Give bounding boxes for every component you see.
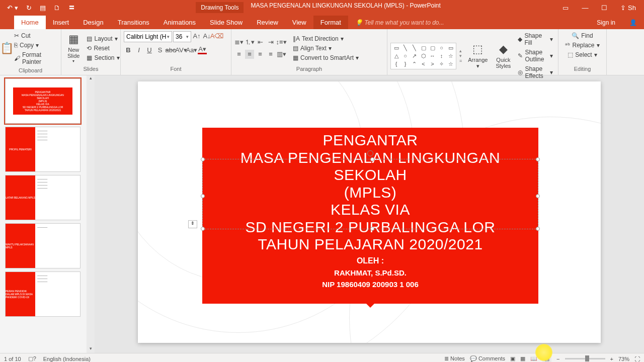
line-spacing-icon[interactable]: ↕≡▾: [277, 38, 286, 47]
share-icon[interactable]: ⇪ Sh: [620, 4, 636, 12]
ribbon-tabs: Home Insert Design Transitions Animation…: [0, 15, 644, 29]
undo-icon[interactable]: ↶ ▾: [7, 4, 18, 12]
replace-button[interactable]: ᵃᵇ Replace ▾: [563, 41, 601, 50]
slide-canvas[interactable]: PENGANTAR MASA PENGENALAN LINGKUNGAN SEK…: [138, 81, 601, 343]
bold-icon[interactable]: B: [124, 45, 133, 54]
resize-handle-sw[interactable]: [201, 227, 205, 231]
zoom-out-icon[interactable]: −: [556, 356, 559, 362]
resize-handle-nw[interactable]: [201, 157, 205, 161]
underline-icon[interactable]: U: [145, 45, 154, 54]
tab-transitions[interactable]: Transitions: [111, 16, 156, 29]
shapes-gallery[interactable]: ▭╲╲▢▢○▭ △○↗⬡↔↕☆ {}⌃<>✧☆: [390, 43, 456, 69]
zoom-percent[interactable]: 73%: [618, 356, 629, 362]
paste-button-edge[interactable]: 📋: [3, 41, 10, 57]
text-direction-button[interactable]: ‖A Text Direction ▾: [291, 34, 361, 43]
notes-toggle[interactable]: ≣ Notes: [444, 355, 465, 362]
slideshow-view-icon[interactable]: ▤: [542, 354, 551, 362]
qat-customize-icon[interactable]: 〓: [68, 3, 75, 12]
arrange-button[interactable]: ⬚Arrange▾: [465, 42, 491, 70]
font-color-icon[interactable]: A▾: [198, 45, 207, 54]
comments-toggle[interactable]: 💬 Comments: [470, 355, 505, 362]
slide-thumbnails-panel[interactable]: PENGANTARMASA PENGENALAN LINGKUNGAN SEKO…: [0, 75, 95, 353]
quick-styles-button[interactable]: ◆Quick Styles: [493, 42, 514, 70]
tab-slideshow[interactable]: Slide Show: [203, 16, 250, 29]
tab-home[interactable]: Home: [14, 16, 46, 29]
start-from-beginning-icon[interactable]: ▤: [40, 4, 46, 12]
reset-button[interactable]: ⟲ Reset: [85, 44, 121, 53]
bullets-icon[interactable]: ≣▾: [234, 38, 244, 47]
shapes-more-icon[interactable]: ▴▾≡: [458, 48, 463, 63]
align-left-icon[interactable]: ≡: [234, 50, 244, 59]
resize-handle-ne[interactable]: [536, 157, 540, 161]
slide-thumbnail-2[interactable]: PROFIL PEMATERI————————————————: [5, 127, 80, 172]
file-tab-edge[interactable]: [0, 23, 14, 29]
thumbnail-scrollbar[interactable]: ▴▾: [87, 75, 95, 353]
normal-view-icon[interactable]: ▣: [510, 355, 515, 362]
shadow-icon[interactable]: S: [155, 45, 165, 54]
font-name-combo[interactable]: Calibri Light (H▾: [124, 31, 172, 42]
resize-handle-se[interactable]: [536, 227, 540, 231]
align-right-icon[interactable]: ≡: [256, 50, 265, 59]
autofit-options-icon[interactable]: ⇕: [188, 220, 197, 228]
slide-thumbnail-4[interactable]: WAKTU PELAKSANAAN MPLS————: [5, 223, 80, 268]
fit-window-icon[interactable]: ⛶: [634, 356, 640, 362]
zoom-slider[interactable]: [565, 358, 605, 359]
resize-handle-n[interactable]: [370, 157, 374, 161]
account-icon[interactable]: 👤: [622, 16, 644, 29]
signin-button[interactable]: Sign in: [590, 16, 622, 29]
align-text-button[interactable]: ▤ Align Text ▾: [291, 44, 361, 53]
shape-fill-button[interactable]: ◆ Shape Fill ▾: [516, 31, 555, 47]
layout-button[interactable]: ▤ Layout ▾: [85, 34, 121, 43]
reading-view-icon[interactable]: 📖: [530, 355, 537, 362]
resize-handle-w[interactable]: [201, 194, 205, 198]
slide-sorter-view-icon[interactable]: ▦: [520, 355, 525, 362]
font-size-combo[interactable]: 36▾: [173, 31, 191, 42]
char-spacing-icon[interactable]: AV▾: [177, 45, 186, 54]
increase-font-icon[interactable]: A↑: [192, 31, 201, 40]
format-painter-button[interactable]: 🖌 Format Painter: [12, 50, 58, 66]
italic-icon[interactable]: I: [134, 45, 143, 54]
tab-animations[interactable]: Animations: [156, 16, 203, 29]
zoom-in-icon[interactable]: +: [610, 356, 613, 362]
align-center-icon[interactable]: ≡: [245, 50, 254, 59]
resize-handle-s[interactable]: [370, 227, 374, 231]
slide-thumbnail-1[interactable]: PENGANTARMASA PENGENALAN LINGKUNGAN SEKO…: [5, 78, 80, 124]
rotation-handle[interactable]: [367, 150, 373, 156]
language-label[interactable]: English (Indonesia): [43, 356, 91, 362]
tell-me-input[interactable]: 💡 Tell me what you want to do...: [348, 16, 590, 29]
spellcheck-icon[interactable]: ▢?: [28, 355, 36, 362]
new-slide-button[interactable]: ▦New Slide▾: [64, 32, 83, 64]
clear-formatting-icon[interactable]: A⌫: [212, 31, 221, 40]
maximize-icon[interactable]: ☐: [601, 4, 607, 12]
clipboard-group-label: Clipboard: [3, 66, 58, 74]
slide-thumbnail-5[interactable]: PERAN PENDIDIK DALAM MPLS DI MASA PANDEM…: [5, 272, 80, 317]
numbering-icon[interactable]: ⒈▾: [245, 38, 254, 47]
find-button[interactable]: 🔍 Find: [570, 31, 595, 40]
slide-counter[interactable]: 1 of 10: [4, 356, 21, 362]
decrease-indent-icon[interactable]: ⇤: [256, 38, 265, 47]
tab-format[interactable]: Format: [313, 16, 348, 29]
columns-icon[interactable]: ▥▾: [277, 50, 286, 59]
slide-thumbnail-3[interactable]: LATAR BELAKANG MPLS————————————————: [5, 175, 80, 220]
convert-smartart-button[interactable]: ▦ Convert to SmartArt ▾: [291, 53, 361, 62]
new-file-icon[interactable]: 🗋: [54, 4, 60, 12]
select-button[interactable]: ⬚ Select ▾: [566, 50, 599, 59]
minimize-icon[interactable]: —: [582, 4, 588, 12]
tab-insert[interactable]: Insert: [46, 16, 76, 29]
cut-button[interactable]: ✂ Cut: [12, 31, 58, 40]
tab-view[interactable]: View: [285, 16, 313, 29]
increase-indent-icon[interactable]: ⇥: [266, 38, 275, 47]
shape-outline-button[interactable]: ✎ Shape Outline ▾: [516, 48, 555, 64]
change-case-icon[interactable]: Aa▾: [187, 45, 196, 54]
tab-review[interactable]: Review: [250, 16, 285, 29]
section-button[interactable]: ▦ Section ▾: [85, 53, 121, 62]
redo-icon[interactable]: ↻: [26, 4, 32, 12]
justify-icon[interactable]: ≡: [266, 50, 275, 59]
ribbon-display-icon[interactable]: ▭: [562, 4, 569, 12]
textbox-selection[interactable]: [202, 159, 538, 229]
copy-button[interactable]: ⎘ Copy ▾: [12, 41, 58, 50]
resize-handle-e[interactable]: [536, 194, 540, 198]
strike-icon[interactable]: abc: [166, 45, 175, 54]
slide-editor-area[interactable]: PENGANTAR MASA PENGENALAN LINGKUNGAN SEK…: [95, 75, 644, 353]
tab-design[interactable]: Design: [76, 16, 110, 29]
